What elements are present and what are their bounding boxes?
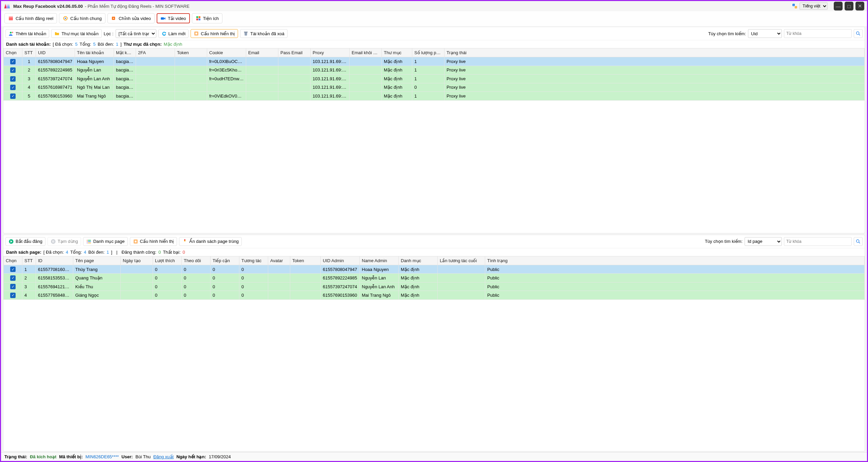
- pages-col-header[interactable]: Danh mục: [399, 256, 438, 265]
- page-search-button[interactable]: [854, 237, 863, 246]
- nav-download-video[interactable]: Tải video: [157, 13, 190, 23]
- hide-duplicate-button[interactable]: Ẩn danh sách page trùng: [179, 237, 242, 246]
- language-selector[interactable]: A文 Tiếng việt: [792, 2, 828, 10]
- checkbox[interactable]: ✓: [10, 93, 16, 99]
- checkbox[interactable]: ✓: [10, 76, 16, 82]
- table-row[interactable]: ✓261558153553187Quang Thuận0000615578922…: [4, 274, 865, 282]
- pages-col-header[interactable]: Lần tương tác cuối: [438, 256, 485, 265]
- nav-utilities[interactable]: Tiện ích: [192, 13, 223, 23]
- accounts-col-header[interactable]: Mật khẩu: [114, 48, 136, 57]
- accounts-col-header[interactable]: UID: [36, 48, 75, 57]
- table-row[interactable]: ✓361557694121091Kiều Thu0000615573972470…: [4, 282, 865, 291]
- pause-button[interactable]: Tạm dừng: [47, 237, 81, 246]
- nav-general-config[interactable]: Cấu hình chung: [59, 13, 105, 23]
- accounts-col-header[interactable]: Pass Email: [278, 48, 311, 57]
- pages-col-header[interactable]: UID Admin: [321, 256, 360, 265]
- accounts-col-header[interactable]: 2FA: [136, 48, 175, 57]
- edit-video-icon: [111, 16, 117, 21]
- user-plus-icon: [8, 31, 14, 36]
- maximize-button[interactable]: □: [845, 2, 853, 10]
- page-search-field-select[interactable]: Id page: [745, 237, 782, 246]
- window-subtitle: - Phần Mềm Tự động Đăng Reels - MIN SOFT…: [85, 4, 190, 9]
- search-input[interactable]: [784, 29, 852, 38]
- pages-col-header[interactable]: Theo dõi: [182, 256, 211, 265]
- svg-rect-25: [87, 241, 87, 242]
- pages-col-header[interactable]: Tên page: [73, 256, 121, 265]
- grid-icon: [196, 16, 201, 21]
- accounts-col-header[interactable]: Email: [246, 48, 278, 57]
- add-account-button[interactable]: Thêm tài khoản: [5, 29, 49, 38]
- table-row[interactable]: ✓161557808047947Hoaa Nguyenbacgiang...fr…: [4, 57, 865, 66]
- search-field-select[interactable]: Uid: [748, 29, 782, 38]
- accounts-col-header[interactable]: STT: [22, 48, 36, 57]
- nav-reel-config[interactable]: Cấu hình đăng reel: [4, 13, 57, 23]
- account-folder-button[interactable]: Thư mục tài khoản: [51, 29, 101, 38]
- pages-col-header[interactable]: Tiếp cận: [211, 256, 239, 265]
- checkbox[interactable]: ✓: [10, 85, 16, 90]
- accounts-col-header[interactable]: Token: [175, 48, 207, 57]
- svg-rect-27: [87, 243, 87, 243]
- pages-col-header[interactable]: Tương tác: [239, 256, 268, 265]
- svg-rect-22: [54, 240, 54, 243]
- display-config-button[interactable]: Cấu hình hiển thị: [191, 29, 238, 38]
- minimize-button[interactable]: —: [834, 2, 843, 10]
- accounts-table[interactable]: ChọnSTTUIDTên tài khoảnMật khẩu2FATokenC…: [3, 48, 865, 101]
- table-row[interactable]: ✓161557708160664Thùy Trang00006155780804…: [4, 265, 865, 274]
- checkbox[interactable]: ✓: [10, 284, 16, 289]
- page-search-label: Tùy chọn tìm kiếm:: [705, 239, 743, 244]
- checkbox[interactable]: ✓: [10, 293, 16, 298]
- checkbox[interactable]: ✓: [10, 275, 16, 281]
- start-button[interactable]: Bắt đầu đăng: [5, 237, 45, 246]
- page-display-config-button[interactable]: Cấu hình hiển thị: [130, 237, 177, 246]
- accounts-section: Thêm tài khoản Thư mục tài khoản Lọc : […: [3, 27, 865, 233]
- accounts-col-header[interactable]: Chọn: [4, 48, 22, 57]
- accounts-col-header[interactable]: Trạng thái: [445, 48, 865, 57]
- accounts-col-header[interactable]: Email khôi phục: [350, 48, 382, 57]
- pages-col-header[interactable]: Lượt thích: [153, 256, 182, 265]
- page-search-input[interactable]: [784, 237, 852, 246]
- accounts-col-header[interactable]: Thư mục: [382, 48, 412, 57]
- filter-select[interactable]: [Tất cả tình trạng]: [116, 29, 156, 38]
- app-logo-icon: [4, 3, 11, 9]
- search-icon: [855, 31, 861, 36]
- pages-col-header[interactable]: Ngày tạo: [121, 256, 153, 265]
- language-select[interactable]: Tiếng việt: [800, 2, 828, 10]
- pages-col-header[interactable]: Name Admin: [360, 256, 399, 265]
- table-row[interactable]: ✓261557892224985Nguyễn Lanbacgiang...fr=…: [4, 66, 865, 75]
- search-button[interactable]: [854, 29, 863, 38]
- checkbox[interactable]: ✓: [10, 59, 16, 64]
- accounts-toolbar: Thêm tài khoản Thư mục tài khoản Lọc : […: [3, 27, 865, 40]
- search-option-label: Tùy chọn tìm kiếm:: [708, 31, 746, 36]
- refresh-button[interactable]: Làm mới: [158, 29, 189, 38]
- nav-edit-video[interactable]: Chỉnh sửa video: [107, 13, 155, 23]
- table-row[interactable]: ✓461557765848045Giáng Ngọc00006155769015…: [4, 291, 865, 300]
- pause-icon: [51, 239, 56, 244]
- svg-rect-10: [196, 16, 198, 18]
- checkbox[interactable]: ✓: [10, 267, 16, 272]
- pages-col-header[interactable]: Token: [290, 256, 321, 265]
- close-button[interactable]: ✕: [855, 2, 864, 10]
- pages-col-header[interactable]: Chọn: [4, 256, 22, 265]
- accounts-col-header[interactable]: Proxy: [311, 48, 350, 57]
- pages-table[interactable]: ChọnSTTIDTên pageNgày tạoLượt thíchTheo …: [3, 256, 865, 300]
- deleted-accounts-button[interactable]: Tài khoản đã xoá: [240, 29, 288, 38]
- svg-rect-9: [161, 17, 164, 20]
- pages-col-header[interactable]: ID: [36, 256, 73, 265]
- svg-point-30: [135, 240, 136, 242]
- page-list-button[interactable]: Danh mục page: [83, 237, 128, 246]
- svg-point-31: [184, 239, 185, 240]
- svg-point-20: [51, 239, 55, 244]
- accounts-col-header[interactable]: Tên tài khoản: [75, 48, 114, 57]
- table-row[interactable]: ✓561557690153960Mai Trang Ngôbacgiang...…: [4, 92, 865, 101]
- accounts-col-header[interactable]: Cookie: [207, 48, 246, 57]
- logout-link[interactable]: Đăng xuất: [153, 454, 174, 459]
- pages-col-header[interactable]: STT: [22, 256, 36, 265]
- pages-col-header[interactable]: Tình trạng: [485, 256, 865, 265]
- accounts-col-header[interactable]: Số lượng page: [412, 48, 445, 57]
- table-row[interactable]: ✓361557397247074Nguyễn Lan Anhbacgiang..…: [4, 75, 865, 83]
- pages-col-header[interactable]: Avatar: [268, 256, 290, 265]
- table-row[interactable]: ✓461557616987471Ngô Thị Mai Lanbacgiang.…: [4, 83, 865, 92]
- settings-icon: [194, 31, 199, 36]
- pages-section: Bắt đầu đăng Tạm dừng Danh mục page Cấu …: [3, 235, 865, 451]
- checkbox[interactable]: ✓: [10, 67, 16, 73]
